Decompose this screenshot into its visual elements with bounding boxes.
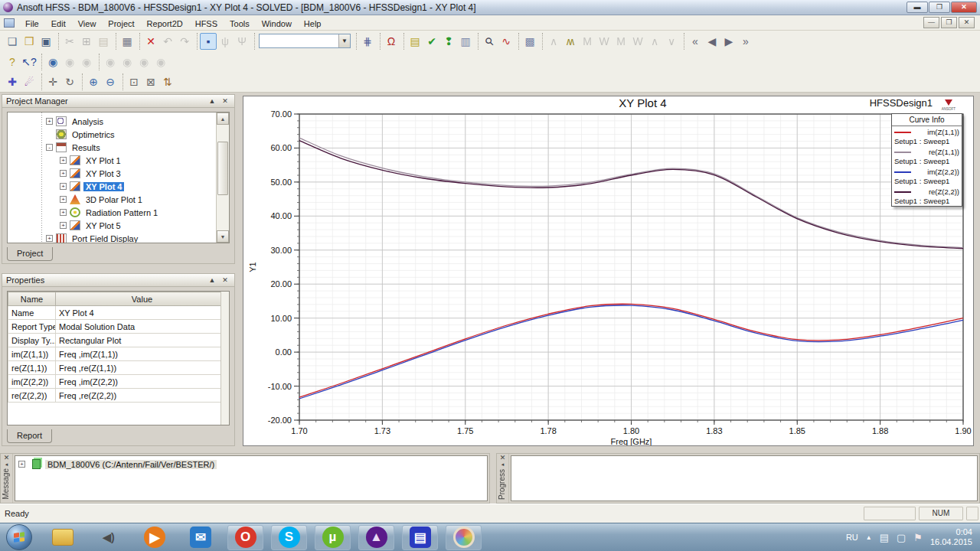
expand-icon[interactable]: + (18, 461, 25, 468)
ansoft-app-taskbar-button[interactable]: ▲ (358, 525, 394, 550)
expand-node-icon[interactable]: + (60, 170, 67, 177)
delete-icon[interactable]: ✕ (142, 33, 159, 50)
mail-taskbar-button[interactable]: ✉ (189, 526, 212, 549)
wave-1-icon[interactable]: ∧ (545, 33, 562, 50)
expand-node-icon[interactable]: + (60, 209, 67, 216)
menu-edit[interactable]: Edit (45, 18, 72, 30)
menu-view[interactable]: View (72, 18, 103, 30)
hide-selection-icon[interactable]: ◉ (61, 54, 78, 70)
child-minimize-button[interactable]: — (923, 17, 939, 28)
property-value[interactable]: XY Plot 4 (56, 306, 229, 320)
dock-arrow-icon[interactable]: ◂ (497, 461, 508, 468)
wave-8-icon[interactable]: ∨ (663, 33, 680, 50)
message-row[interactable]: + BDM_1800V6 (C:/Antenn/Fail/Ver/BESTER/… (15, 458, 487, 471)
show-lock-3-icon[interactable]: ◉ (136, 54, 152, 70)
tab-project[interactable]: Project (7, 247, 53, 261)
property-value[interactable]: Rectangular Plot (56, 334, 229, 347)
property-value[interactable]: Freq ,im(Z(2,2)) (56, 375, 229, 389)
zoom-in-icon[interactable]: ⊕ (85, 73, 102, 90)
media-player-taskbar-button[interactable]: ▶ (143, 526, 166, 549)
property-row[interactable]: Report TypeModal Solution Data (8, 320, 229, 334)
menu-tools[interactable]: Tools (224, 18, 256, 30)
dock-arrow-icon[interactable]: ◂ (1, 461, 12, 468)
select-face-icon[interactable]: ψ (217, 33, 234, 50)
close-icon[interactable]: ✕ (497, 454, 508, 461)
column-header-name[interactable]: Name (8, 292, 56, 306)
new-icon[interactable]: ❏ (4, 33, 21, 50)
minimize-button[interactable]: ▬ (906, 2, 928, 13)
next-icon[interactable]: ▶ (720, 33, 737, 50)
show-lock-4-icon[interactable]: ◉ (152, 54, 169, 70)
close-button[interactable]: ✕ (951, 2, 977, 13)
expand-node-icon[interactable]: + (46, 235, 53, 242)
property-value[interactable]: Freq ,re(Z(2,2)) (56, 389, 229, 403)
child-restore-button[interactable]: ❐ (941, 17, 957, 28)
fit-all-icon[interactable]: ⊠ (142, 73, 159, 90)
hide-all-icon[interactable]: ◉ (78, 54, 95, 70)
redo-icon[interactable]: ↷ (176, 33, 193, 50)
property-value[interactable]: Freq ,im(Z(1,1)) (56, 347, 229, 361)
copy-icon[interactable]: ⊞ (78, 33, 95, 50)
undo-icon[interactable]: ↶ (159, 33, 176, 50)
open-icon[interactable]: ❒ (21, 33, 38, 50)
rotate-icon[interactable]: ↻ (61, 73, 78, 90)
cut-icon[interactable]: ✂ (61, 33, 78, 50)
skype-taskbar-button[interactable]: S (271, 525, 307, 550)
property-value[interactable]: Modal Solution Data (56, 320, 229, 334)
explorer-taskbar-button[interactable] (51, 526, 74, 549)
show-lock-2-icon[interactable]: ◉ (119, 54, 136, 70)
menu-file[interactable]: File (19, 18, 45, 30)
collapse-node-icon[interactable]: - (46, 144, 53, 151)
expand-node-icon[interactable]: + (46, 118, 53, 125)
expand-node-icon[interactable]: + (60, 222, 67, 229)
child-close-button[interactable]: ✕ (959, 17, 975, 28)
property-row[interactable]: NameXY Plot 4 (8, 306, 229, 320)
wave-5-icon[interactable]: M (612, 33, 629, 50)
copy-report-icon[interactable]: ▩ (521, 33, 538, 50)
pan-icon[interactable]: ✛ (44, 73, 61, 90)
scroll-up-icon[interactable]: ▲ (217, 112, 229, 125)
analyze-icon[interactable]: ❢ (440, 33, 457, 50)
menu-project[interactable]: Project (102, 18, 140, 30)
paint-app-taskbar-button[interactable] (446, 525, 482, 550)
last-icon[interactable]: » (737, 33, 754, 50)
analyze-all-icon[interactable]: ✔ (423, 33, 440, 50)
validate-icon[interactable]: ▤ (407, 33, 423, 50)
wave-6-icon[interactable]: W (629, 33, 646, 50)
menu-report2d[interactable]: Report2D (141, 18, 189, 30)
expand-node-icon[interactable]: + (60, 157, 67, 164)
close-panel-icon[interactable]: ✕ (220, 276, 230, 284)
language-indicator[interactable]: RU (846, 533, 858, 542)
previous-icon[interactable]: ◀ (704, 33, 720, 50)
show-lock-1-icon[interactable]: ◉ (102, 54, 119, 70)
solution-type-icon[interactable]: Ω (383, 33, 400, 50)
clipboard-icon[interactable]: ▤ (880, 532, 889, 543)
menu-window[interactable]: Window (256, 18, 298, 30)
orient-axes-icon[interactable]: ⇅ (159, 73, 176, 90)
property-row[interactable]: im(Z(2,2))Freq ,im(Z(2,2)) (8, 375, 229, 389)
chevron-down-icon[interactable]: ▼ (338, 34, 350, 47)
zoom-out-icon[interactable]: ⊖ (102, 73, 119, 90)
solution-data-icon[interactable]: ▥ (457, 33, 474, 50)
document-icon[interactable] (4, 18, 15, 28)
property-row[interactable]: im(Z(1,1))Freq ,im(Z(1,1)) (8, 347, 229, 361)
expand-node-icon[interactable]: + (60, 196, 67, 203)
collapse-icon[interactable]: ▲ (207, 97, 217, 105)
collapse-icon[interactable]: ▲ (207, 276, 217, 284)
model-3d-icon[interactable]: ✚ (4, 73, 21, 90)
wave-3-icon[interactable]: M (579, 33, 596, 50)
print-icon[interactable]: ▦ (119, 33, 136, 50)
property-row[interactable]: Display Ty...Rectangular Plot (8, 334, 229, 347)
close-panel-icon[interactable]: ✕ (220, 97, 230, 105)
tree-scrollbar[interactable]: ▲ ▼ (216, 112, 229, 243)
maximize-button[interactable]: ❐ (929, 2, 950, 13)
save-app-taskbar-button[interactable]: ▤ (402, 525, 438, 550)
tab-report[interactable]: Report (7, 429, 52, 443)
property-row[interactable]: re(Z(1,1))Freq ,re(Z(1,1)) (8, 361, 229, 375)
help-topic-icon[interactable]: ? (4, 54, 21, 70)
start-button[interactable] (6, 524, 32, 550)
paste-icon[interactable]: ▤ (95, 33, 112, 50)
context-help-icon[interactable]: ↖? (21, 54, 38, 70)
menu-hfss[interactable]: HFSS (189, 18, 224, 30)
volume-taskbar-button[interactable]: ◀) (97, 526, 120, 549)
